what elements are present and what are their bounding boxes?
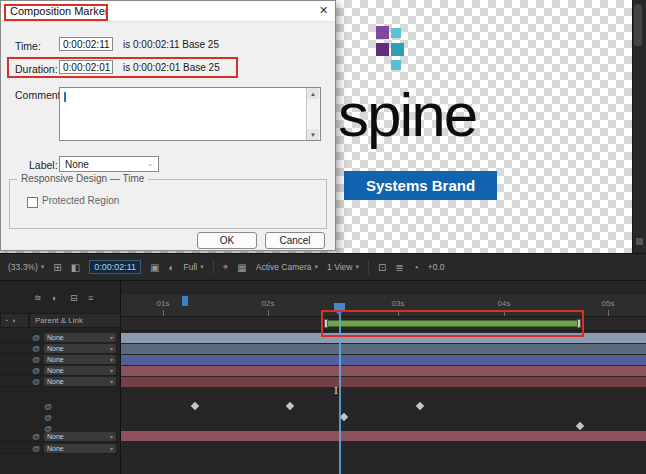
- logo-square-4: [391, 43, 404, 56]
- pickwhip-icon[interactable]: @: [32, 355, 40, 364]
- ruler-tick: [398, 310, 399, 316]
- resolution-dropdown[interactable]: Full ▾: [184, 262, 204, 272]
- parent-dropdown[interactable]: None▾: [44, 432, 116, 441]
- layer-row[interactable]: @ None▾: [0, 431, 121, 442]
- property-row[interactable]: @: [0, 412, 121, 423]
- layer-duration-bar[interactable]: [121, 366, 646, 376]
- parent-value: None: [47, 433, 64, 440]
- toggle-b-icon[interactable]: ◑: [11, 317, 15, 324]
- time-field[interactable]: 0:00:02:11: [59, 37, 113, 51]
- region-of-interest-icon[interactable]: ⌖: [223, 261, 229, 273]
- parent-dropdown[interactable]: None▾: [44, 344, 116, 353]
- view-layout-dropdown[interactable]: 1 View ▾: [327, 262, 359, 272]
- exposure-icon[interactable]: ◔: [413, 262, 419, 273]
- logo-wordmark: spine: [338, 84, 476, 146]
- layer-duration-bar[interactable]: [121, 344, 646, 354]
- close-icon[interactable]: ✕: [319, 4, 328, 17]
- pixel-aspect-icon[interactable]: ⊡: [378, 262, 386, 273]
- parent-dropdown[interactable]: None▾: [44, 333, 116, 342]
- parent-dropdown[interactable]: None▾: [44, 355, 116, 364]
- pickwhip-icon[interactable]: @: [44, 402, 52, 411]
- layer-row[interactable]: @ None▾: [0, 443, 121, 454]
- layer-row[interactable]: @ None▾: [0, 376, 121, 387]
- current-time-display[interactable]: 0:00:02:11: [89, 260, 141, 274]
- magnification-dropdown[interactable]: (33.3%) ▾: [8, 262, 44, 272]
- pickwhip-icon[interactable]: @: [32, 333, 40, 342]
- pickwhip-icon[interactable]: @: [32, 432, 40, 441]
- parent-dropdown[interactable]: None▾: [44, 377, 116, 386]
- property-row[interactable]: @: [0, 401, 121, 412]
- marker-handle-right[interactable]: [577, 319, 581, 328]
- time-ruler[interactable]: [121, 295, 646, 317]
- dialog-titlebar[interactable]: Composition Marker ✕: [1, 1, 335, 22]
- parent-value: None: [47, 345, 64, 352]
- motion-blur-icon[interactable]: ◐: [52, 293, 57, 303]
- scroll-down-icon[interactable]: ▼: [307, 129, 319, 140]
- viewer-corner-icon: [636, 238, 643, 245]
- logo-square-5: [391, 60, 401, 70]
- layer-row[interactable]: @ None▾: [0, 332, 121, 343]
- scroll-up-icon[interactable]: ▲: [307, 88, 319, 99]
- view-layout-value: 1 View: [327, 262, 352, 272]
- current-time-indicator-line[interactable]: [339, 303, 341, 474]
- magnification-value: (33.3%): [8, 262, 38, 272]
- toggle-column-header: ◔ ◑: [0, 313, 29, 328]
- marker-handle-left[interactable]: [324, 319, 328, 328]
- layer-row[interactable]: @ None▾: [0, 354, 121, 365]
- ok-button[interactable]: OK: [197, 232, 257, 249]
- graph-editor-icon[interactable]: ⊟: [70, 293, 78, 303]
- parent-link-header[interactable]: Parent & Link: [29, 313, 121, 328]
- layer-row[interactable]: @ None▾: [0, 365, 121, 376]
- timeline-marker-icon[interactable]: [182, 296, 188, 306]
- chevron-down-icon: ▾: [41, 263, 45, 271]
- composition-marker-duration-bar[interactable]: [327, 320, 578, 327]
- ruler-label: 02s: [258, 299, 278, 308]
- duration-label: Duration:: [15, 63, 58, 75]
- cancel-button[interactable]: Cancel: [265, 232, 325, 249]
- pickwhip-icon[interactable]: @: [32, 366, 40, 375]
- viewer-scrollbar[interactable]: [634, 4, 642, 46]
- logo-banner: Systems Brand: [344, 171, 497, 200]
- pickwhip-icon[interactable]: @: [32, 344, 40, 353]
- grid-guides-icon[interactable]: ⊞: [53, 262, 61, 273]
- snapshot-icon[interactable]: ▣: [150, 262, 159, 273]
- ruler-label: 01s: [153, 299, 173, 308]
- layer-duration-bar[interactable]: [121, 431, 646, 441]
- show-channel-icon[interactable]: ◐: [168, 262, 174, 273]
- parent-dropdown[interactable]: None▾: [44, 444, 116, 453]
- brainstorm-icon[interactable]: ≡: [88, 293, 93, 303]
- frame-blend-icon[interactable]: ≋: [34, 293, 42, 303]
- duration-field[interactable]: 0:00:02:01: [59, 60, 113, 74]
- responsive-design-title: Responsive Design — Time: [17, 173, 148, 184]
- layer-duration-bar[interactable]: [121, 377, 646, 387]
- layer-duration-bar[interactable]: [121, 355, 646, 365]
- label-dropdown[interactable]: None ⌄: [59, 156, 159, 172]
- protected-region-checkbox[interactable]: [27, 197, 38, 208]
- chevron-down-icon: ⌄: [147, 160, 153, 168]
- chevron-down-icon: ▾: [110, 334, 113, 341]
- fast-previews-icon[interactable]: ≣: [395, 262, 403, 273]
- current-time-indicator-head[interactable]: [334, 303, 345, 310]
- parent-value: None: [47, 367, 64, 374]
- comment-scrollbar[interactable]: ▲ ▼: [306, 88, 320, 140]
- toggle-a-icon[interactable]: ◔: [4, 317, 8, 324]
- after-effects-window: spine Systems Brand Composition Marker ✕…: [0, 0, 646, 474]
- layer-row[interactable]: @ None▾: [0, 343, 121, 354]
- transparency-grid-icon[interactable]: ▦: [237, 262, 246, 273]
- ruler-tick: [504, 310, 505, 316]
- mask-visibility-icon[interactable]: ◧: [71, 262, 80, 273]
- pickwhip-icon[interactable]: @: [32, 377, 40, 386]
- timeline-top-strip: [121, 281, 646, 295]
- pickwhip-icon[interactable]: @: [32, 444, 40, 453]
- protected-region-label: Protected Region: [42, 195, 119, 206]
- comment-textarea[interactable]: ▲ ▼: [59, 87, 321, 141]
- chevron-down-icon: ▾: [110, 367, 113, 374]
- duration-info: is 0:00:02:01 Base 25: [123, 62, 220, 73]
- parent-dropdown[interactable]: None▾: [44, 366, 116, 375]
- camera-dropdown[interactable]: Active Camera ▾: [256, 262, 318, 272]
- pickwhip-icon[interactable]: @: [44, 413, 52, 422]
- exposure-value[interactable]: +0.0: [428, 262, 445, 272]
- chevron-down-icon: ▾: [355, 263, 359, 271]
- label-dropdown-value: None: [65, 159, 89, 170]
- layer-duration-bar[interactable]: [121, 333, 646, 343]
